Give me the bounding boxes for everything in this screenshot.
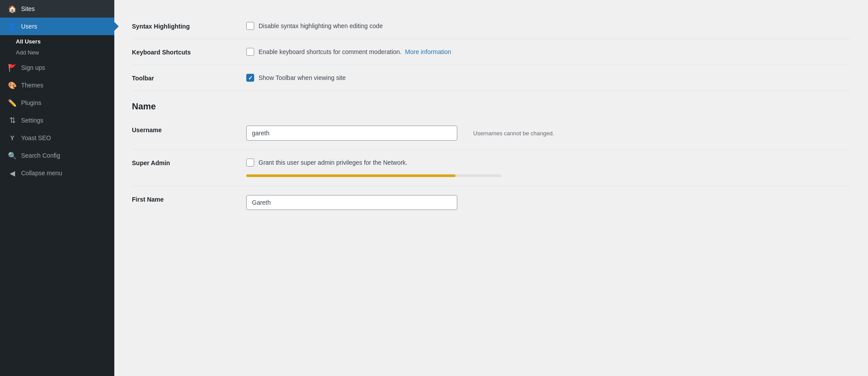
sidebar-item-label: Settings xyxy=(21,117,44,124)
toolbar-checkbox[interactable] xyxy=(246,74,254,82)
toolbar-description: Show Toolbar when viewing site xyxy=(259,74,346,81)
name-section-heading: Name xyxy=(132,91,850,117)
sidebar-item-collapse[interactable]: ◀ Collapse menu xyxy=(0,164,114,182)
syntax-highlighting-label: Syntax Highlighting xyxy=(132,22,246,30)
first-name-row: First Name xyxy=(132,186,850,219)
syntax-highlighting-control: Disable syntax highlighting when editing… xyxy=(246,22,850,30)
plugins-icon: ✏️ xyxy=(8,98,17,107)
toolbar-row: Toolbar Show Toolbar when viewing site xyxy=(132,65,850,91)
syntax-highlighting-control-row: Disable syntax highlighting when editing… xyxy=(246,22,383,30)
sidebar-item-label: Sign ups xyxy=(21,64,45,71)
sidebar-item-themes[interactable]: 🎨 Themes xyxy=(0,76,114,94)
keyboard-shortcuts-description: Enable keyboard shortcuts for comment mo… xyxy=(259,48,451,55)
sidebar: 🏠 Sites 👤 Users All Users Add New 🚩 Sign… xyxy=(0,0,114,376)
users-icon: 👤 xyxy=(8,22,17,31)
main-content: Syntax Highlighting Disable syntax highl… xyxy=(114,0,868,376)
username-input-row: Usernames cannot be changed. xyxy=(246,126,554,141)
sidebar-item-label: Users xyxy=(21,23,37,30)
username-hint: Usernames cannot be changed. xyxy=(473,130,554,137)
themes-icon: 🎨 xyxy=(8,81,17,90)
super-admin-progress-bar-fill xyxy=(246,174,456,177)
super-admin-label: Super Admin xyxy=(132,159,246,166)
keyboard-shortcuts-more-info-link[interactable]: More information xyxy=(405,48,451,55)
keyboard-shortcuts-checkbox[interactable] xyxy=(246,48,254,56)
sidebar-item-users[interactable]: 👤 Users xyxy=(0,18,114,35)
keyboard-shortcuts-control: Enable keyboard shortcuts for comment mo… xyxy=(246,48,850,56)
syntax-highlighting-row: Syntax Highlighting Disable syntax highl… xyxy=(132,13,850,39)
sidebar-item-label: Collapse menu xyxy=(21,170,62,177)
super-admin-description: Grant this user super admin privileges f… xyxy=(259,159,407,166)
first-name-input[interactable] xyxy=(246,195,457,210)
sidebar-item-label: Sites xyxy=(21,5,35,12)
toolbar-control-row: Show Toolbar when viewing site xyxy=(246,74,346,82)
super-admin-control: Grant this user super admin privileges f… xyxy=(246,159,850,177)
keyboard-shortcuts-control-row: Enable keyboard shortcuts for comment mo… xyxy=(246,48,451,56)
username-row: Username Usernames cannot be changed. xyxy=(132,117,850,150)
super-admin-progress-bar-wrap xyxy=(246,174,501,177)
syntax-highlighting-checkbox[interactable] xyxy=(246,22,254,30)
first-name-control xyxy=(246,195,850,210)
yoast-icon: Y xyxy=(8,134,17,142)
sidebar-item-yoast[interactable]: Y Yoast SEO xyxy=(0,129,114,147)
sidebar-sub-item-all-users[interactable]: All Users xyxy=(16,36,106,47)
sidebar-item-signups[interactable]: 🚩 Sign ups xyxy=(0,59,114,76)
settings-icon: ⇅ xyxy=(8,116,17,125)
super-admin-checkbox[interactable] xyxy=(246,159,254,166)
sites-icon: 🏠 xyxy=(8,4,17,13)
collapse-icon: ◀ xyxy=(8,169,17,177)
sidebar-sub-menu: All Users Add New xyxy=(0,35,114,59)
search-icon: 🔍 xyxy=(8,151,17,160)
first-name-label: First Name xyxy=(132,195,246,203)
sidebar-item-label: Plugins xyxy=(21,99,41,106)
super-admin-row: Super Admin Grant this user super admin … xyxy=(132,150,850,186)
super-admin-control-row: Grant this user super admin privileges f… xyxy=(246,159,407,166)
sidebar-item-label: Search Config xyxy=(21,152,60,159)
sidebar-item-label: Yoast SEO xyxy=(21,134,51,141)
sidebar-sub-item-add-new[interactable]: Add New xyxy=(16,47,106,58)
toolbar-label: Toolbar xyxy=(132,74,246,82)
sidebar-item-search-config[interactable]: 🔍 Search Config xyxy=(0,147,114,164)
toolbar-control: Show Toolbar when viewing site xyxy=(246,74,850,82)
keyboard-shortcuts-row: Keyboard Shortcuts Enable keyboard short… xyxy=(132,39,850,65)
signups-icon: 🚩 xyxy=(8,63,17,72)
sidebar-item-sites[interactable]: 🏠 Sites xyxy=(0,0,114,18)
sidebar-item-plugins[interactable]: ✏️ Plugins xyxy=(0,94,114,112)
sidebar-item-label: Themes xyxy=(21,82,44,89)
keyboard-shortcuts-label: Keyboard Shortcuts xyxy=(132,48,246,56)
username-control: Usernames cannot be changed. xyxy=(246,126,850,141)
syntax-highlighting-description: Disable syntax highlighting when editing… xyxy=(259,22,383,29)
username-label: Username xyxy=(132,126,246,134)
sidebar-item-settings[interactable]: ⇅ Settings xyxy=(0,112,114,129)
username-input[interactable] xyxy=(246,126,457,141)
